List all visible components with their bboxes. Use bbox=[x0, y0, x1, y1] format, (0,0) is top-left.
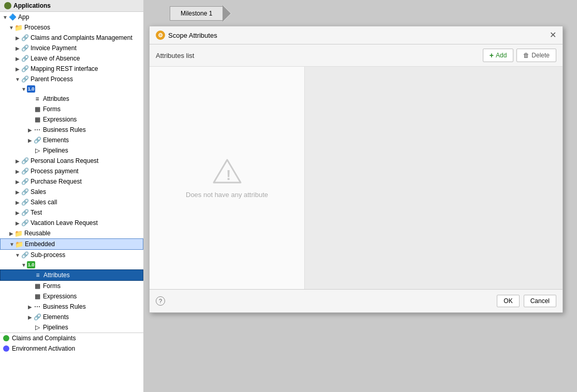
expand-mapping[interactable]: ▶ bbox=[14, 66, 21, 72]
add-button[interactable]: + Add bbox=[483, 49, 514, 62]
cancel-button[interactable]: Cancel bbox=[524, 295, 556, 307]
tree-item-reusable[interactable]: ▶ 📁 Reusable bbox=[0, 228, 143, 238]
expand-procesos[interactable]: ▼ bbox=[8, 25, 14, 31]
env-bottom-item[interactable]: Environment Activation bbox=[0, 343, 143, 354]
expand-sales[interactable]: ▶ bbox=[14, 189, 21, 195]
sub-businessrules-icon: ⋯ bbox=[33, 303, 41, 311]
expand-sub-businessrules[interactable]: ▶ bbox=[27, 304, 33, 310]
businessrules-icon: ⋯ bbox=[33, 126, 41, 134]
expand-leave[interactable]: ▶ bbox=[14, 56, 21, 62]
expand-businessrules[interactable]: ▶ bbox=[27, 127, 33, 133]
tree-item-elements[interactable]: ▶ 🔗 Elements bbox=[0, 135, 143, 145]
businessrules-label: Business Rules bbox=[43, 126, 86, 133]
tree-item-sub-elements[interactable]: ▶ 🔗 Elements bbox=[0, 312, 143, 322]
tree-item-parent[interactable]: ▼ 🔗 Parent Process bbox=[0, 74, 143, 84]
expand-app[interactable]: ▼ bbox=[2, 14, 8, 20]
sub-expressions-label: Expressions bbox=[43, 293, 77, 300]
modal-toolbar: Attributes list + Add 🗑 Delete bbox=[150, 44, 563, 67]
tree-item-app[interactable]: ▼ 🔷 App bbox=[0, 12, 143, 22]
tree-item-salescall[interactable]: ▶ 🔗 Sales call bbox=[0, 197, 143, 207]
tree-item-purchase[interactable]: ▶ 🔗 Purchase Request bbox=[0, 176, 143, 187]
modal-close-button[interactable]: ✕ bbox=[550, 31, 556, 39]
ok-button[interactable]: OK bbox=[497, 295, 519, 307]
delete-button[interactable]: 🗑 Delete bbox=[516, 49, 556, 62]
vacation-label: Vacation Leave Request bbox=[31, 219, 98, 227]
expand-elements[interactable]: ▶ bbox=[27, 138, 33, 143]
add-label: Add bbox=[496, 52, 507, 59]
sidebar: Applications ▼ 🔷 App ▼ 📁 Procesos ▶ 🔗 Cl… bbox=[0, 0, 144, 392]
expand-personal[interactable]: ▶ bbox=[14, 158, 21, 164]
version-icon: 1.0 bbox=[27, 85, 35, 93]
svg-text:!: ! bbox=[226, 167, 231, 183]
expand-salescall[interactable]: ▶ bbox=[14, 200, 21, 205]
tree-item-sub-attributes[interactable]: ≡ Attributes bbox=[0, 269, 143, 281]
claims-bottom-label: Claims and Complaints bbox=[12, 335, 76, 342]
mapping-label: Mapping REST interface bbox=[31, 65, 98, 72]
tree-item-sub-expressions[interactable]: ▦ Expressions bbox=[0, 291, 143, 301]
tree-item-parent10[interactable]: ▼ 1.0 bbox=[0, 84, 143, 94]
expand-test[interactable]: ▶ bbox=[14, 210, 21, 216]
modal-body: Attributes list + Add 🗑 Delete bbox=[150, 44, 563, 289]
claims-bottom-item[interactable]: Claims and Complaints bbox=[0, 333, 143, 343]
modal-footer: ? OK Cancel bbox=[150, 289, 563, 312]
expand-subprocess[interactable]: ▼ bbox=[14, 252, 21, 258]
sales-label: Sales bbox=[31, 188, 46, 195]
tree-item-sales[interactable]: ▶ 🔗 Sales bbox=[0, 187, 143, 197]
claims-label: Claims and Complaints Management bbox=[31, 34, 132, 41]
modal-title: Scope Attributes bbox=[168, 32, 217, 39]
tree-item-test[interactable]: ▶ 🔗 Test bbox=[0, 207, 143, 218]
expand-sub10[interactable]: ▼ bbox=[21, 262, 27, 268]
tree-item-vacation[interactable]: ▶ 🔗 Vacation Leave Request bbox=[0, 218, 143, 228]
expand-reusable[interactable]: ▶ bbox=[8, 231, 14, 236]
reusable-icon: 📁 bbox=[14, 229, 23, 237]
tree-item-subprocess[interactable]: ▼ 🔗 Sub-process bbox=[0, 250, 143, 260]
expand-invoice[interactable]: ▶ bbox=[14, 46, 21, 51]
sub-elements-icon: 🔗 bbox=[33, 313, 41, 321]
invoice-icon: 🔗 bbox=[21, 44, 29, 52]
tree-item-attributes[interactable]: ≡ Attributes bbox=[0, 94, 143, 104]
expand-embedded[interactable]: ▼ bbox=[9, 242, 15, 247]
help-button[interactable]: ? bbox=[156, 296, 165, 306]
expand-parent10[interactable]: ▼ bbox=[21, 86, 27, 92]
tree-item-claims[interactable]: ▶ 🔗 Claims and Complaints Management bbox=[0, 33, 143, 43]
tree-item-expressions[interactable]: ▦ Expressions bbox=[0, 114, 143, 125]
tree-item-embedded[interactable]: ▼ 📁 Embedded bbox=[0, 238, 143, 250]
tree-item-mapping[interactable]: ▶ 🔗 Mapping REST interface bbox=[0, 64, 143, 74]
expand-vacation[interactable]: ▶ bbox=[14, 220, 21, 226]
tree-item-pipelines[interactable]: ▷ Pipelines bbox=[0, 145, 143, 156]
elements-label: Elements bbox=[43, 137, 69, 144]
tree-item-sub10[interactable]: ▼ 1.0 bbox=[0, 260, 143, 269]
purchase-icon: 🔗 bbox=[21, 177, 29, 186]
attributes-list-label: Attributes list bbox=[156, 52, 194, 59]
tree-item-personal[interactable]: ▶ 🔗 Personal Loans Request bbox=[0, 156, 143, 166]
invoice-label: Invoice Payment bbox=[31, 44, 77, 52]
tree-item-sub-forms[interactable]: ▦ Forms bbox=[0, 281, 143, 291]
parent-label: Parent Process bbox=[31, 76, 73, 83]
personal-label: Personal Loans Request bbox=[31, 157, 98, 164]
app-label: App bbox=[18, 13, 29, 21]
expand-processpay[interactable]: ▶ bbox=[14, 169, 21, 174]
tree-item-processpay[interactable]: ▶ 🔗 Process payment bbox=[0, 166, 143, 176]
tree-item-sub-pipelines[interactable]: ▷ Pipelines bbox=[0, 322, 143, 333]
delete-label: Delete bbox=[531, 52, 550, 59]
app-icon bbox=[4, 2, 11, 9]
expand-parent[interactable]: ▼ bbox=[14, 77, 21, 82]
tree-item-invoice[interactable]: ▶ 🔗 Invoice Payment bbox=[0, 43, 143, 53]
procesos-icon: 📁 bbox=[14, 23, 23, 32]
tree-item-forms[interactable]: ▦ Forms bbox=[0, 104, 143, 114]
add-icon: + bbox=[490, 51, 494, 59]
forms-icon: ▦ bbox=[33, 105, 41, 113]
tree-item-leave[interactable]: ▶ 🔗 Leave of Absence bbox=[0, 53, 143, 64]
expand-claims[interactable]: ▶ bbox=[14, 35, 21, 41]
embedded-label: Embedded bbox=[25, 240, 55, 248]
expand-sub-elements[interactable]: ▶ bbox=[27, 314, 33, 320]
toolbar-buttons: + Add 🗑 Delete bbox=[483, 49, 556, 62]
reusable-label: Reusable bbox=[24, 230, 51, 237]
tree-item-sub-businessrules[interactable]: ▶ ⋯ Business Rules bbox=[0, 301, 143, 312]
tree-item-procesos[interactable]: ▼ 📁 Procesos bbox=[0, 22, 143, 33]
leave-label: Leave of Absence bbox=[31, 55, 80, 62]
expand-purchase[interactable]: ▶ bbox=[14, 179, 21, 185]
tree-item-businessrules[interactable]: ▶ ⋯ Business Rules bbox=[0, 125, 143, 135]
sub-forms-icon: ▦ bbox=[33, 282, 41, 290]
sub-businessrules-label: Business Rules bbox=[43, 303, 86, 310]
